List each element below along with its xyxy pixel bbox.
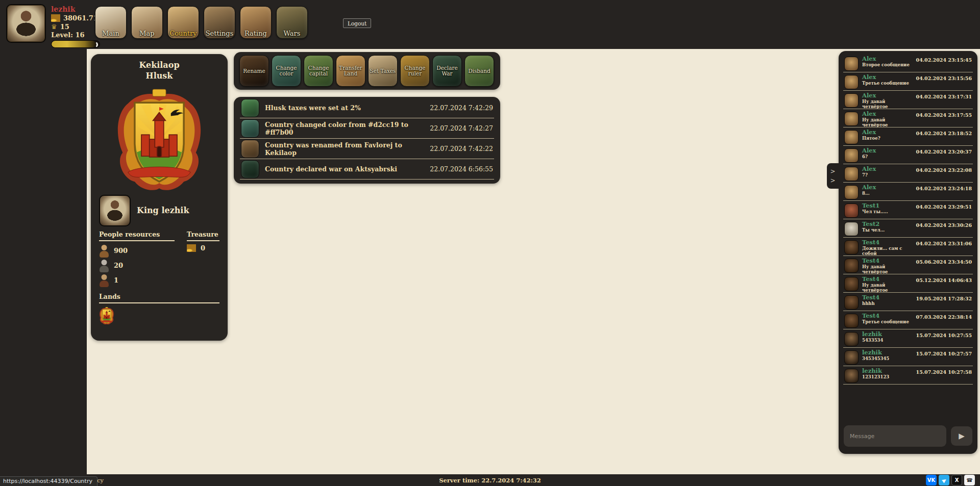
chat-username[interactable]: Alex — [862, 56, 913, 62]
user-avatar[interactable] — [844, 57, 859, 71]
chat-username[interactable]: Alex — [862, 184, 913, 191]
chat-username[interactable]: lezhik — [862, 349, 913, 356]
user-avatar[interactable] — [844, 277, 859, 291]
action-transfer-land-label: Transfer Land — [336, 65, 365, 76]
telegram-link[interactable]: ▶ — [939, 475, 949, 485]
user-avatar[interactable] — [844, 259, 859, 273]
user-avatar[interactable] — [844, 112, 859, 126]
user-avatar[interactable] — [844, 75, 859, 89]
user-avatar[interactable] — [844, 130, 859, 144]
chat-message: AlexТретье сообщение04.02.2024 23:15:56 — [843, 72, 973, 91]
chat-username[interactable]: lezhik — [862, 331, 913, 338]
event-log-panel: Hlusk taxes were set at 2%22.07.2024 7:4… — [234, 97, 500, 184]
phone-link[interactable]: ☎ — [964, 475, 975, 485]
action-change-capital-button[interactable]: Change capital — [304, 55, 333, 87]
color-event-icon — [241, 119, 259, 138]
event-row: Hlusk taxes were set at 2%22.07.2024 7:4… — [240, 98, 494, 118]
chat-timestamp: 04.02.2024 23:30:26 — [916, 222, 972, 228]
action-change-color-label: Change color — [272, 65, 301, 76]
chat-username[interactable]: Test4 — [862, 294, 913, 301]
action-disband-button[interactable]: Disband — [464, 55, 494, 87]
chat-message: Alex6?04.02.2024 23:20:37 — [843, 146, 973, 164]
nav-country-button[interactable]: Country — [167, 6, 199, 39]
chat-username[interactable]: Test2 — [862, 221, 913, 227]
chat-username[interactable]: Alex — [862, 147, 913, 154]
user-avatar[interactable] — [844, 350, 859, 365]
player-card: lezhik 38061.71 ♛ 15 Level: 16 — [6, 4, 100, 48]
footer-bar: © 2023 - MiddleAges - Privacy Server tim… — [0, 474, 980, 486]
resource-row: 900 — [99, 244, 175, 258]
chat-timestamp: 04.02.2024 23:15:45 — [916, 57, 972, 63]
action-transfer-land-button[interactable]: Transfer Land — [336, 55, 365, 87]
action-declare-war-button[interactable]: Declare War — [432, 55, 462, 87]
main-nav: MainMapCountrySettingsRatingWars — [95, 6, 308, 39]
player-avatar[interactable] — [6, 4, 46, 43]
user-avatar[interactable] — [844, 369, 859, 383]
send-message-button[interactable]: ▶ — [951, 426, 972, 446]
nav-main-button[interactable]: Main — [95, 6, 127, 39]
chat-text: 6? — [862, 154, 913, 159]
mage-count: 20 — [114, 262, 123, 269]
chat-text: Третье сообщение — [862, 81, 913, 86]
chat-username[interactable]: Test4 — [862, 239, 913, 246]
chat-message-input[interactable] — [844, 425, 946, 447]
user-avatar[interactable] — [844, 295, 859, 310]
chat-username[interactable]: Alex — [862, 92, 913, 99]
player-name[interactable]: lezhik — [51, 5, 100, 13]
player-level-label: Level: 16 — [51, 31, 100, 39]
chat-timestamp: 07.03.2024 22:38:14 — [916, 314, 972, 320]
chat-username[interactable]: Test4 — [862, 276, 913, 283]
chat-text: Ну давай четвёртое — [862, 117, 913, 127]
x-link[interactable]: X — [951, 475, 962, 485]
people-resources-header: People resources — [99, 231, 175, 241]
chat-username[interactable]: Alex — [862, 129, 913, 136]
action-change-capital-label: Change capital — [304, 65, 333, 76]
chat-message-body: AlexНу давай четвёртое — [862, 111, 913, 127]
chat-text: Третье сообщение — [862, 319, 913, 324]
chat-message: Test4Ну давай четвёртое05.12.2024 14:06:… — [843, 274, 973, 293]
event-timestamp: 22.07.2024 7:42:22 — [430, 145, 493, 152]
user-avatar[interactable] — [844, 203, 859, 218]
user-avatar[interactable] — [844, 314, 859, 328]
chat-username[interactable]: Alex — [862, 74, 913, 81]
nav-map-button[interactable]: Map — [131, 6, 163, 39]
user-avatar[interactable] — [844, 240, 859, 254]
chat-timestamp: 15.07.2024 10:27:58 — [916, 369, 972, 375]
user-avatar[interactable] — [844, 332, 859, 346]
chat-username[interactable]: Alex — [862, 111, 913, 117]
chat-collapse-tab[interactable]: > > — [827, 163, 839, 189]
top-bar: lezhik 38061.71 ♛ 15 Level: 16 MainMapCo… — [0, 0, 980, 49]
action-change-color-button[interactable]: Change color — [272, 55, 301, 87]
logout-button[interactable]: Logout — [343, 18, 371, 28]
country-coat-of-arms — [109, 86, 210, 193]
user-avatar[interactable] — [844, 148, 859, 163]
chat-username[interactable]: lezhik — [862, 368, 913, 374]
treasure-row: 0 — [187, 244, 219, 252]
land-item-hlusk[interactable] — [99, 306, 114, 327]
nav-settings-button[interactable]: Settings — [204, 6, 235, 39]
user-avatar[interactable] — [844, 222, 859, 236]
user-avatar[interactable] — [844, 93, 859, 108]
chat-username[interactable]: Alex — [862, 166, 913, 172]
user-avatar[interactable] — [844, 185, 859, 199]
user-avatar[interactable] — [844, 167, 859, 181]
action-set-taxes-button[interactable]: Set Taxes — [368, 55, 398, 87]
nav-rating-button[interactable]: Rating — [240, 6, 272, 39]
capital-name: Hlusk — [99, 71, 219, 82]
nav-wars-button[interactable]: Wars — [276, 6, 308, 39]
chat-timestamp: 04.02.2024 23:29:51 — [916, 204, 972, 210]
chat-message-body: lezhik123123123 — [862, 368, 913, 379]
event-text: Country changed color from #d2cc19 to #f… — [265, 121, 424, 136]
chat-username[interactable]: Test4 — [862, 313, 913, 319]
chat-username[interactable]: Test1 — [862, 202, 913, 209]
action-rename-button[interactable]: Rename — [239, 55, 269, 87]
event-text: Country declared war on Aktsyabrski — [265, 165, 424, 173]
ruler-avatar[interactable] — [99, 195, 131, 226]
chat-username[interactable]: Test4 — [862, 258, 913, 264]
chat-message-body: Test4Третье сообщение — [862, 313, 913, 324]
vk-link[interactable]: VK — [926, 475, 937, 485]
taxes-event-icon — [241, 99, 259, 117]
action-change-ruler-button[interactable]: Change ruler — [400, 55, 430, 87]
browser-status-url: https://localhost:44339/Country — [0, 476, 97, 486]
chat-message: AlexПятое?04.02.2024 23:18:52 — [843, 127, 973, 146]
